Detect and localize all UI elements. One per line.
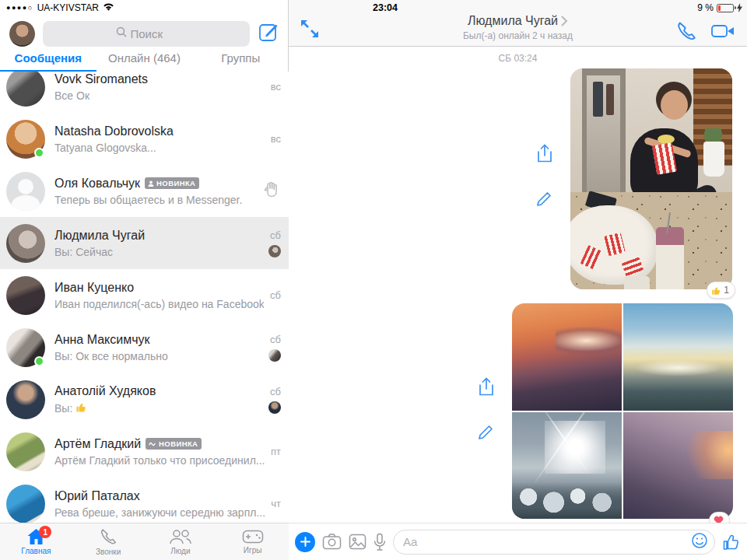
- tab-messages[interactable]: Сообщения: [0, 48, 96, 72]
- add-attachment-button[interactable]: [295, 532, 315, 552]
- battery-status: 9 %: [697, 2, 742, 13]
- conversation-row-lyudmila[interactable]: Людмила Чугай Вы: Сейчас сб: [0, 217, 289, 269]
- wifi-icon: [103, 1, 114, 15]
- bottom-tab-bar: Главная 1 Звонки Люди Игры: [0, 523, 289, 560]
- photo-grid-message[interactable]: [512, 303, 733, 519]
- chat-title[interactable]: Людмила Чугай: [468, 14, 568, 28]
- photo-library-icon[interactable]: [349, 534, 366, 550]
- tabs: Сообщения Онлайн (464) Группы: [0, 48, 289, 72]
- avatar: [6, 120, 45, 159]
- grid-photo-horizon[interactable]: [623, 303, 733, 411]
- timestamp: сб: [270, 229, 281, 241]
- expand-chat-icon[interactable]: [300, 19, 320, 39]
- carrier-label: UA-KYIVSTAR: [37, 2, 99, 13]
- timestamp: сб: [270, 386, 281, 397]
- message-input[interactable]: [403, 535, 691, 548]
- avatar-placeholder: [6, 172, 45, 211]
- grid-photo-sunset[interactable]: [512, 303, 622, 411]
- conversation-row-natasha[interactable]: Natasha Dobrovolska Tatyana Glogovska...…: [0, 113, 289, 165]
- share-icon[interactable]: [536, 144, 554, 167]
- tab-people[interactable]: Люди: [145, 523, 217, 560]
- avatar: [6, 485, 45, 523]
- search-box[interactable]: [43, 21, 250, 47]
- emoji-smiley-icon[interactable]: [691, 532, 708, 552]
- new-contact-badge: НОВИНКА: [145, 177, 199, 189]
- edit-pencil-icon[interactable]: [478, 422, 496, 443]
- message-composer: [289, 523, 747, 560]
- status-bar-left: ●●●●○ UA-KYIVSTAR: [0, 0, 289, 16]
- photo-message[interactable]: [570, 68, 732, 289]
- contact-name: Людмила Чугай: [54, 229, 145, 243]
- person-icon: [148, 180, 154, 187]
- conversation-row-ivan[interactable]: Иван Куценко Иван поделился(-ась) видео …: [0, 269, 289, 321]
- conversation-row-anna[interactable]: Анна Максимчук Вы: Ок все нормально сб: [0, 321, 289, 373]
- search-row: [0, 19, 289, 48]
- contact-name: Оля Ковальчук: [54, 177, 140, 191]
- unread-badge: 1: [39, 526, 51, 538]
- tab-home[interactable]: Главная 1: [0, 523, 72, 560]
- message-preview: Артём Гладкий только что присоединил...: [54, 454, 265, 467]
- charging-bolt-icon: [737, 3, 742, 12]
- messenger-app: ●●●●○ UA-KYIVSTAR Сообщения Онлайн (464)…: [0, 0, 747, 560]
- edit-pencil-icon[interactable]: [536, 189, 554, 210]
- contact-name: Vovk Siromanets: [54, 72, 148, 86]
- message-preview: Вы:: [54, 402, 72, 415]
- message-preview: Вы: Сейчас: [54, 246, 262, 258]
- conversation-row-anatoliy[interactable]: Анатолій Худяков Вы: сб: [0, 373, 289, 425]
- search-input[interactable]: [131, 27, 177, 40]
- chevron-right-icon: [561, 16, 568, 26]
- microphone-icon[interactable]: [374, 533, 386, 551]
- game-controller-icon: [242, 529, 264, 544]
- timestamp: вс: [271, 133, 281, 145]
- avatar: [6, 328, 45, 367]
- timestamp: пт: [271, 446, 281, 457]
- contact-name: Анна Максимчук: [54, 333, 150, 347]
- avatar: [6, 224, 45, 263]
- conversation-row-vovk[interactable]: Vovk Siromanets Все Ок вс: [0, 72, 289, 113]
- tab-groups[interactable]: Группы: [192, 48, 289, 72]
- chat-messages-area: СБ 03:24: [289, 47, 747, 523]
- reaction-badge[interactable]: 1: [707, 282, 735, 299]
- new-contact-badge: НОВИНКА: [146, 438, 202, 450]
- message-input-field[interactable]: [393, 530, 715, 555]
- avatar: [6, 380, 45, 419]
- contact-name: Natasha Dobrovolska: [54, 124, 174, 138]
- read-receipt-avatar: [268, 401, 281, 414]
- message-preview: Вы: Ок все нормально: [54, 350, 262, 362]
- conversation-list: Vovk Siromanets Все Ок вс Natasha Dobrov…: [0, 72, 289, 523]
- message-preview: Теперь вы общаетесь и в Messenger.: [54, 194, 256, 206]
- conversation-row-yuriy[interactable]: Юрий Паталах Рева бреше, занижуючи серед…: [0, 478, 289, 523]
- message-preview: Все Ок: [54, 89, 265, 102]
- conversation-panel: ●●●●○ UA-KYIVSTAR Сообщения Онлайн (464)…: [0, 0, 289, 560]
- message-preview: Рева бреше, занижуючи середню зарпл...: [54, 506, 265, 519]
- date-header: СБ 03:24: [289, 53, 747, 64]
- last-seen-status: Был(-а) онлайн 2 ч назад: [382, 30, 654, 41]
- tab-online[interactable]: Онлайн (464): [96, 48, 193, 72]
- message1-actions: [536, 144, 554, 210]
- share-icon[interactable]: [478, 377, 496, 401]
- wave-hand-icon[interactable]: [262, 180, 281, 202]
- signal-strength-icon: ●●●●○: [6, 4, 33, 12]
- like-thumb-icon[interactable]: [722, 533, 741, 551]
- grid-photo-dusk[interactable]: [623, 412, 733, 520]
- message-preview: Tatyana Glogovska...: [54, 142, 265, 154]
- tab-games[interactable]: Игры: [216, 523, 289, 560]
- battery-percent-label: 9 %: [697, 2, 714, 13]
- video-call-icon[interactable]: [710, 20, 736, 45]
- my-profile-avatar[interactable]: [9, 21, 35, 47]
- tab-calls[interactable]: Звонки: [72, 523, 145, 560]
- chat-navbar: 23:04 9 % Людмила Чугай Был(-а) онлайн 2…: [289, 0, 747, 47]
- grid-photo-sunburst[interactable]: [512, 412, 622, 520]
- people-icon: [169, 528, 192, 545]
- contact-name: Анатолій Худяков: [54, 384, 156, 398]
- conversation-row-artyom[interactable]: Артём Гладкий НОВИНКА Артём Гладкий толь…: [0, 425, 289, 478]
- wave-icon: [149, 441, 156, 446]
- message-preview: Иван поделился(-ась) видео на Facebook.: [54, 298, 264, 310]
- message2-actions: [478, 377, 496, 443]
- compose-icon[interactable]: [258, 21, 279, 46]
- conversation-row-olya[interactable]: Оля Ковальчук НОВИНКА Теперь вы общаетес…: [0, 165, 289, 217]
- status-time: 23:04: [362, 2, 409, 13]
- camera-icon[interactable]: [322, 534, 342, 550]
- voice-call-icon[interactable]: [675, 20, 697, 45]
- read-receipt-avatar: [268, 245, 281, 257]
